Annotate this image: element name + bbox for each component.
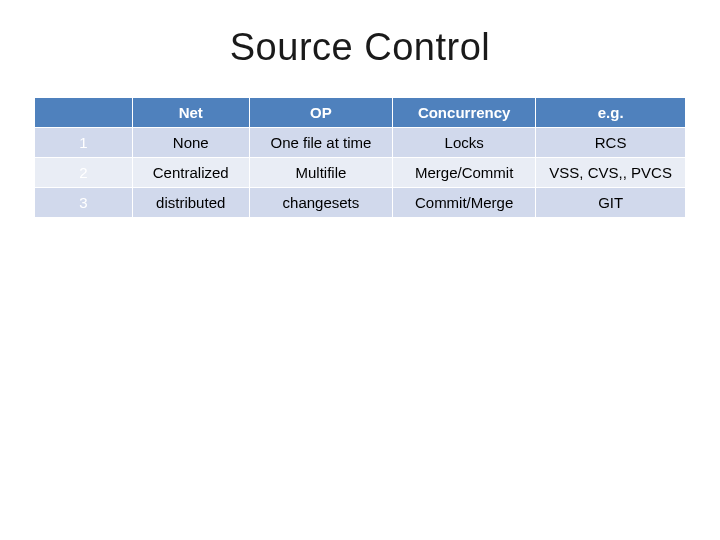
cell-eg: VSS, CVS,, PVCS <box>536 158 686 188</box>
table-header-blank <box>35 98 133 128</box>
table-row: 1 None One file at time Locks RCS <box>35 128 686 158</box>
table-header-op: OP <box>249 98 392 128</box>
cell-concurrency: Commit/Merge <box>393 188 536 218</box>
row-label: 3 <box>35 188 133 218</box>
cell-net: distributed <box>132 188 249 218</box>
cell-net: None <box>132 128 249 158</box>
row-label: 2 <box>35 158 133 188</box>
cell-eg: GIT <box>536 188 686 218</box>
slide-title: Source Control <box>34 26 686 69</box>
table-header-concurrency: Concurrency <box>393 98 536 128</box>
cell-eg: RCS <box>536 128 686 158</box>
table-header-net: Net <box>132 98 249 128</box>
row-label: 1 <box>35 128 133 158</box>
table-row: 2 Centralized Multifile Merge/Commit VSS… <box>35 158 686 188</box>
slide: Source Control Net OP Concurrency e.g. 1… <box>0 0 720 540</box>
cell-op: changesets <box>249 188 392 218</box>
table-header-row: Net OP Concurrency e.g. <box>35 98 686 128</box>
comparison-table: Net OP Concurrency e.g. 1 None One file … <box>34 97 686 218</box>
cell-op: One file at time <box>249 128 392 158</box>
table-header-eg: e.g. <box>536 98 686 128</box>
cell-concurrency: Merge/Commit <box>393 158 536 188</box>
table-row: 3 distributed changesets Commit/Merge GI… <box>35 188 686 218</box>
cell-op: Multifile <box>249 158 392 188</box>
cell-net: Centralized <box>132 158 249 188</box>
cell-concurrency: Locks <box>393 128 536 158</box>
